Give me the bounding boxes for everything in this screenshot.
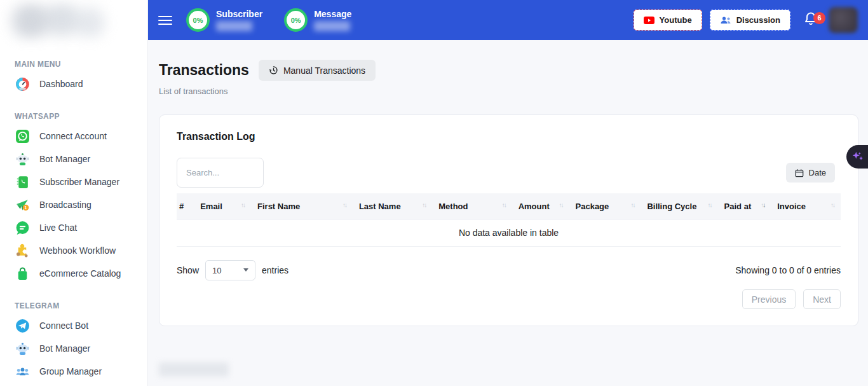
column-header-billing-cycle[interactable]: Billing Cycle↑↓ (641, 193, 717, 220)
sort-icon: ↑↓ (630, 202, 634, 209)
telegram-icon (15, 318, 31, 334)
subscriber-percent: 0% (193, 17, 203, 24)
sidebar-item-ecommerce-catalog[interactable]: eCommerce Catalog (0, 262, 147, 285)
sidebar-section-telegram: TELEGRAM Connect Bot Bot Manager Group M… (0, 301, 147, 383)
ai-assistant-button[interactable] (846, 145, 868, 169)
subscriber-stat-value-redacted (216, 21, 252, 31)
sort-icon: ↑↓ (831, 202, 834, 209)
shopping-bag-icon (15, 266, 31, 282)
message-stat-value-redacted (314, 21, 350, 31)
sidebar-item-label: Subscriber Manager (39, 177, 119, 187)
group-people-icon (15, 364, 31, 380)
empty-state-row: No data available in table (177, 220, 841, 247)
empty-state-text: No data available in table (177, 220, 841, 247)
sidebar-item-webhook-workflow[interactable]: Webhook Workflow (0, 239, 147, 262)
svg-text:1: 1 (25, 205, 27, 209)
sidebar-item-label: Live Chat (39, 223, 77, 233)
message-progress-ring: 0% (284, 8, 308, 32)
sparkles-icon (851, 150, 865, 164)
sidebar-item-label: Broadcasting (39, 200, 92, 210)
search-input[interactable] (177, 158, 264, 188)
app-logo[interactable] (5, 3, 108, 39)
show-label: Show (177, 265, 199, 275)
table-header-row: # Email↑↓ First Name↑↓ Last Name↑↓ Metho… (177, 193, 841, 220)
sidebar-item-label: Webhook Workflow (39, 245, 116, 256)
sort-icon: ↑↓ (559, 202, 563, 209)
column-header-paid-at[interactable]: Paid at↑↓ (718, 193, 771, 220)
main-content: Transactions Manual Transactions List of… (148, 40, 868, 386)
sidebar-section-main-menu: MAIN MENU Dashboard (0, 60, 147, 95)
people-icon (720, 16, 731, 25)
top-bar: 0% Subscriber 0% Message Youtube Discuss… (148, 0, 868, 40)
sidebar-item-live-chat[interactable]: Live Chat (0, 216, 147, 239)
column-header-amount[interactable]: Amount↑↓ (512, 193, 569, 220)
sidebar-section-whatsapp: WHATSAPP Connect Account Bot Manager Sub… (0, 112, 147, 285)
sidebar-item-label: Group Manager (39, 366, 102, 376)
date-filter-button[interactable]: Date (786, 163, 835, 183)
contacts-book-icon (15, 174, 31, 190)
sidebar-item-label: Connect Bot (39, 321, 88, 331)
column-header-package[interactable]: Package↑↓ (569, 193, 641, 220)
sidebar-item-label: Bot Manager (39, 343, 90, 354)
sidebar-item-group-manager[interactable]: Group Manager (0, 360, 147, 383)
transactions-table: # Email↑↓ First Name↑↓ Last Name↑↓ Metho… (177, 193, 841, 247)
sidebar-item-label: Dashboard (39, 79, 83, 89)
sort-icon: ↑↓ (422, 202, 426, 209)
sidebar-item-broadcasting[interactable]: 1 Broadcasting (0, 193, 147, 216)
page-title: Transactions (159, 62, 249, 79)
column-header-last-name[interactable]: Last Name↑↓ (353, 193, 432, 220)
youtube-icon (644, 17, 654, 24)
subscriber-progress-ring: 0% (186, 8, 210, 32)
sidebar-section-label: TELEGRAM (15, 301, 147, 310)
column-header-invoice[interactable]: Invoice↑↓ (771, 193, 841, 220)
subscriber-stat: 0% Subscriber (186, 8, 262, 32)
robot-icon (15, 341, 31, 357)
column-header-first-name[interactable]: First Name↑↓ (251, 193, 353, 220)
sidebar: MAIN MENU Dashboard WHATSAPP Connect Acc… (0, 0, 148, 386)
page-size-select[interactable]: 10 (205, 260, 255, 280)
notifications-button[interactable]: 6 (803, 11, 818, 30)
sidebar-section-label: MAIN MENU (15, 60, 147, 69)
message-stat-label: Message (314, 9, 351, 19)
footer-text-redacted (159, 362, 229, 376)
column-header-method[interactable]: Method↑↓ (432, 193, 512, 220)
column-header-index: # (177, 193, 194, 220)
subscriber-stat-label: Subscriber (216, 9, 262, 19)
sidebar-item-dashboard[interactable]: Dashboard (0, 72, 147, 95)
dashboard-icon (15, 76, 31, 92)
next-page-button[interactable]: Next (803, 289, 841, 309)
discussion-button[interactable]: Discussion (710, 10, 790, 31)
sidebar-item-connect-bot[interactable]: Connect Bot (0, 314, 147, 337)
user-avatar[interactable] (829, 7, 858, 33)
sort-icon: ↑↓ (342, 202, 346, 209)
sidebar-item-tg-bot-manager[interactable]: Bot Manager (0, 337, 147, 360)
transaction-log-card: Transaction Log Date # Email↑↓ First N (159, 114, 858, 326)
sidebar-item-subscriber-manager[interactable]: Subscriber Manager (0, 170, 147, 193)
entries-label: entries (262, 265, 288, 275)
discussion-button-label: Discussion (736, 15, 780, 25)
chat-bubble-icon (15, 220, 31, 236)
manual-transactions-button[interactable]: Manual Transactions (259, 60, 376, 81)
sidebar-item-label: Bot Manager (39, 154, 90, 164)
hamburger-menu-icon[interactable] (158, 13, 172, 27)
whatsapp-icon (15, 128, 31, 144)
notification-count-badge: 6 (813, 12, 825, 24)
column-header-email[interactable]: Email↑↓ (194, 193, 251, 220)
sidebar-item-connect-account[interactable]: Connect Account (0, 125, 147, 148)
sidebar-item-label: Connect Account (39, 131, 107, 141)
sort-icon: ↑↓ (241, 202, 245, 209)
message-percent: 0% (291, 17, 301, 24)
puzzle-icon (15, 243, 31, 259)
sort-icon-active-desc: ↑↓ (761, 202, 764, 209)
youtube-button[interactable]: Youtube (634, 10, 702, 31)
broadcast-icon: 1 (15, 197, 31, 213)
sidebar-item-wa-bot-manager[interactable]: Bot Manager (0, 148, 147, 170)
date-button-label: Date (809, 168, 826, 177)
sidebar-section-label: WHATSAPP (15, 112, 147, 121)
sort-icon: ↑↓ (708, 202, 712, 209)
previous-page-button[interactable]: Previous (742, 289, 796, 309)
manual-transactions-label: Manual Transactions (283, 65, 365, 76)
robot-icon (15, 151, 31, 167)
message-stat: 0% Message (284, 8, 351, 32)
calendar-icon (795, 169, 804, 177)
